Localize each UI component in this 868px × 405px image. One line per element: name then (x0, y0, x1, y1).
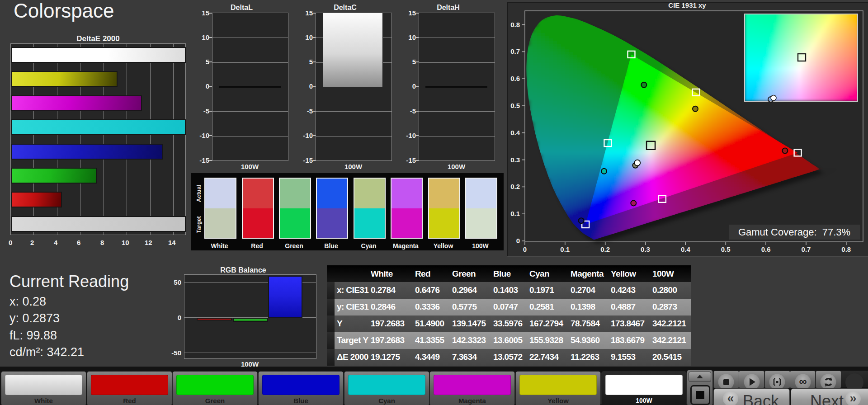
svg-text:0.5: 0.5 (510, 102, 520, 109)
svg-text:0.2: 0.2 (510, 183, 520, 190)
svg-text:0.3: 0.3 (510, 156, 520, 164)
svg-text:0.3: 0.3 (641, 245, 650, 253)
svg-text:0: 0 (516, 237, 520, 245)
svg-text:0.4: 0.4 (681, 245, 691, 253)
svg-text:CIE 1931 xy: CIE 1931 xy (668, 2, 706, 9)
svg-text:0.5: 0.5 (721, 245, 731, 253)
svg-text:0: 0 (523, 245, 527, 253)
svg-text:0.1: 0.1 (560, 245, 570, 253)
svg-text:0.8: 0.8 (510, 21, 520, 28)
svg-text:0.7: 0.7 (802, 245, 811, 253)
svg-text:∞: ∞ (799, 375, 807, 387)
svg-text:0.4: 0.4 (510, 129, 520, 137)
svg-text:0.6: 0.6 (761, 245, 771, 253)
svg-text:0.8: 0.8 (841, 245, 851, 253)
svg-text:0.6: 0.6 (510, 75, 520, 82)
svg-text:Gamut Coverage: 77.3%: Gamut Coverage: 77.3% (738, 226, 850, 238)
svg-text:0.1: 0.1 (510, 210, 520, 217)
svg-text:0.7: 0.7 (510, 47, 520, 55)
svg-text:0.2: 0.2 (600, 245, 610, 253)
